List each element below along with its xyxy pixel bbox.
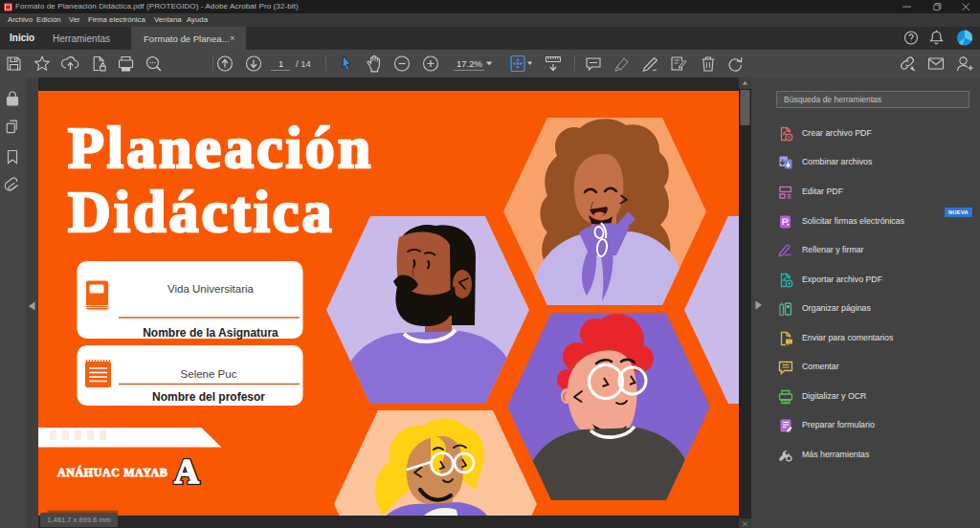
svg-text:/ 14: / 14	[296, 58, 311, 69]
svg-text:Selene Puc: Selene Puc	[181, 368, 237, 380]
svg-text:A: A	[174, 452, 199, 491]
svg-text:Nombre de la Asignatura: Nombre de la Asignatura	[143, 326, 278, 340]
svg-text:Didáctica: Didáctica	[68, 179, 334, 244]
svg-text:Vida Universitaria: Vida Universitaria	[167, 283, 255, 295]
svg-text:Planeación: Planeación	[68, 115, 373, 180]
svg-text:17.2%: 17.2%	[457, 58, 482, 69]
svg-text:Nombre del profesor: Nombre del profesor	[152, 390, 265, 404]
svg-text:ANÁHUAC MAYAB: ANÁHUAC MAYAB	[57, 466, 167, 479]
svg-text:1: 1	[278, 58, 283, 69]
